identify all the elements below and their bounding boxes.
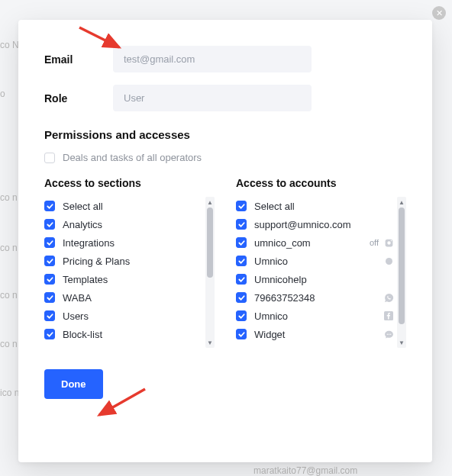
checkbox[interactable] <box>236 219 247 230</box>
checkbox[interactable] <box>44 219 55 230</box>
permissions-modal: Email Role Permissions and accesses Deal… <box>18 20 432 462</box>
list-item: support@umnico.com <box>236 215 394 233</box>
item-label: Umnico <box>254 256 379 267</box>
checkbox[interactable] <box>236 329 247 339</box>
list-item: umnico_comoff <box>236 233 394 252</box>
checkbox[interactable] <box>236 201 247 211</box>
accounts-column: Access to accounts Select allsupport@umn… <box>236 168 406 348</box>
item-label: Pricing & Plans <box>63 256 202 267</box>
svg-point-7 <box>389 333 390 334</box>
list-item: Templates <box>44 270 202 288</box>
svg-point-2 <box>390 240 392 241</box>
role-label: Role <box>44 92 113 105</box>
svg-point-5 <box>386 333 387 334</box>
item-label: WABA <box>63 292 202 304</box>
facebook-icon <box>383 310 394 321</box>
list-item: 79663752348 <box>236 288 394 307</box>
item-label: Block-list <box>63 329 202 340</box>
list-item: Pricing & Plans <box>44 252 202 270</box>
role-field[interactable] <box>113 85 312 111</box>
item-label: Analytics <box>63 219 202 230</box>
checkbox[interactable] <box>236 310 247 321</box>
item-label: Templates <box>63 274 202 285</box>
checkbox[interactable] <box>44 274 55 285</box>
done-button[interactable]: Done <box>44 369 103 399</box>
sections-title: Access to sections <box>44 177 215 189</box>
item-ext: off <box>370 238 379 247</box>
checkbox[interactable] <box>236 237 247 248</box>
whatsapp-icon <box>383 292 394 303</box>
chat-icon <box>383 329 394 339</box>
close-button[interactable]: ✕ <box>432 6 446 20</box>
list-item: Select all <box>236 197 394 215</box>
checkbox[interactable] <box>236 292 247 303</box>
list-item: Users <box>44 307 202 325</box>
list-item: Block-list <box>44 325 202 343</box>
list-item: Integrations <box>44 233 202 252</box>
sections-scrollbar[interactable]: ▲ ▼ <box>205 197 215 348</box>
close-icon: ✕ <box>436 9 443 18</box>
item-label: Umnico <box>254 310 379 322</box>
scroll-down-icon[interactable]: ▼ <box>397 337 406 348</box>
deals-label: Deals and tasks of all operators <box>63 152 202 163</box>
dot-icon <box>383 256 394 266</box>
email-field[interactable] <box>113 46 312 72</box>
item-label: support@umnico.com <box>254 219 394 230</box>
list-item: WABA <box>44 288 202 307</box>
checkbox[interactable] <box>44 310 55 321</box>
checkbox[interactable] <box>44 256 55 266</box>
sections-list: Select allAnalyticsIntegrationsPricing &… <box>44 197 215 348</box>
list-item: Analytics <box>44 215 202 233</box>
svg-point-6 <box>388 333 389 334</box>
accounts-title: Access to accounts <box>236 177 406 189</box>
checkbox[interactable] <box>44 292 55 303</box>
instagram-icon <box>383 237 394 248</box>
list-item: Select all <box>44 197 202 215</box>
email-label: Email <box>44 53 113 66</box>
list-item: Umnico <box>236 252 394 270</box>
item-label: 79663752348 <box>254 292 379 304</box>
checkbox[interactable] <box>236 256 247 266</box>
list-item: Umnico <box>236 307 394 325</box>
checkbox[interactable] <box>236 274 247 285</box>
accounts-list: Select allsupport@umnico.comumnico_comof… <box>236 197 406 348</box>
scroll-down-icon[interactable]: ▼ <box>205 337 215 348</box>
item-label: Integrations <box>63 237 202 249</box>
scroll-up-icon[interactable]: ▲ <box>205 197 215 207</box>
item-label: Select all <box>254 201 394 212</box>
svg-point-3 <box>386 258 392 265</box>
sections-column: Access to sections Select allAnalyticsIn… <box>44 168 215 348</box>
item-label: Widget <box>254 329 379 340</box>
checkbox[interactable] <box>44 237 55 248</box>
accounts-scrollbar[interactable]: ▲ ▼ <box>397 197 406 348</box>
list-item: Umnicohelp <box>236 270 394 288</box>
checkbox[interactable] <box>44 201 55 211</box>
svg-point-1 <box>387 241 390 244</box>
item-label: Select all <box>63 201 202 212</box>
list-item: Widget <box>236 325 394 343</box>
item-label: Umnicohelp <box>254 274 394 285</box>
item-label: umnico_com <box>254 237 366 249</box>
scroll-up-icon[interactable]: ▲ <box>397 197 406 207</box>
item-label: Users <box>63 310 202 322</box>
checkbox[interactable] <box>44 329 55 339</box>
permissions-title: Permissions and accesses <box>44 128 406 141</box>
deals-checkbox[interactable] <box>44 153 55 163</box>
